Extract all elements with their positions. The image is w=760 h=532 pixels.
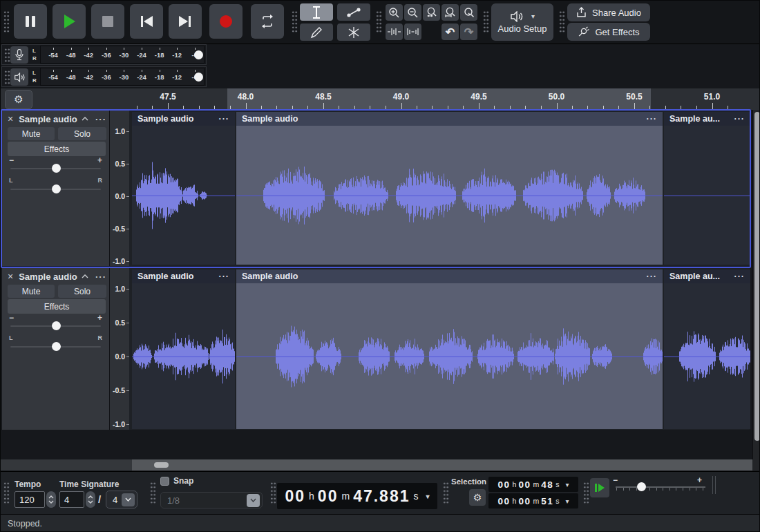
skip-to-end-button[interactable] (169, 4, 202, 39)
redo-button[interactable]: ↷ (460, 23, 477, 40)
time-signature-lower-dropdown[interactable]: 4 (106, 491, 137, 509)
toolbar-grip[interactable] (559, 10, 565, 34)
pan-slider-thumb[interactable] (52, 342, 61, 351)
track-area[interactable]: × Sample audio ··· Mute Solo Effects − +… (1, 110, 752, 459)
close-track-icon[interactable]: × (8, 113, 13, 124)
track-menu-icon[interactable]: ··· (95, 114, 106, 124)
audio-clip[interactable]: Sample audio··· (236, 269, 663, 429)
toolbar-grip[interactable] (270, 482, 276, 505)
fit-project-button[interactable] (441, 4, 459, 21)
caret-down-icon[interactable]: ▾ (565, 481, 569, 488)
time-signature-stepper[interactable] (86, 491, 95, 508)
horizontal-scrollbar-track[interactable] (132, 459, 752, 471)
share-audio-button[interactable]: Share Audio (567, 3, 650, 21)
caret-down-icon[interactable]: ▾ (565, 497, 569, 505)
audio-position-display[interactable]: 00h 00m 47.881s ▾ (277, 483, 437, 509)
playback-meter[interactable]: -54-48-42-36-30-24-18-12-6 (40, 68, 205, 86)
play-at-speed-button[interactable] (590, 478, 609, 497)
playback-meter-button[interactable] (10, 68, 28, 86)
snap-checkbox[interactable] (160, 477, 169, 486)
envelope-tool-button[interactable] (337, 3, 370, 21)
zoom-in-button[interactable] (386, 4, 403, 21)
get-effects-button[interactable]: Get Effects (567, 23, 650, 41)
toolbar-grip[interactable] (3, 482, 10, 505)
recording-level-knob[interactable] (194, 50, 203, 59)
clip-menu-icon[interactable]: ··· (219, 272, 230, 281)
silence-audio-button[interactable] (404, 23, 421, 40)
solo-button[interactable]: Solo (58, 127, 106, 140)
time-signature-upper-input[interactable]: 4 (59, 491, 84, 508)
clip-header[interactable]: Sample audio··· (132, 269, 235, 283)
audio-clip[interactable]: Sample audio··· (132, 112, 235, 265)
effects-button[interactable]: Effects (8, 299, 106, 314)
zoom-toggle-button[interactable] (460, 4, 477, 21)
collapse-track-icon[interactable] (82, 274, 88, 278)
tempo-input[interactable]: 120 (15, 491, 45, 508)
track-control-panel[interactable]: × Sample audio ··· Mute Solo Effects − +… (2, 268, 110, 430)
timeline-options-button[interactable]: ⚙ (5, 90, 32, 109)
zoom-to-selection-button[interactable] (423, 4, 440, 21)
clip-menu-icon[interactable]: ··· (647, 114, 658, 124)
toolbar-grip[interactable] (4, 48, 10, 63)
mute-button[interactable]: Mute (8, 285, 55, 298)
vertical-scrollbar-thumb[interactable] (754, 112, 760, 441)
clip-menu-icon[interactable]: ··· (734, 272, 745, 281)
clip-header[interactable]: Sample audio··· (236, 112, 663, 126)
vertical-scale-ruler[interactable]: 1.00.50.0-0.5-1.0 (110, 268, 129, 430)
track-menu-icon[interactable]: ··· (95, 272, 106, 282)
toolbar-grip[interactable] (292, 10, 298, 34)
selection-start-field[interactable]: 00h 00m 48s ▾ (488, 477, 578, 492)
toolbar-grip[interactable] (3, 10, 10, 34)
clip-menu-icon[interactable]: ··· (734, 114, 745, 124)
horizontal-scrollbar-thumb[interactable] (154, 462, 169, 468)
loop-button[interactable] (251, 4, 284, 39)
vertical-scrollbar[interactable] (752, 110, 760, 459)
zoom-out-button[interactable] (404, 4, 421, 21)
audio-clip[interactable]: Sample au...··· (664, 112, 750, 265)
timeline-ruler[interactable]: 47.548.048.549.049.550.050.551.0 ⚙ (1, 88, 760, 110)
record-meter-button[interactable] (10, 46, 28, 64)
track-control-panel[interactable]: × Sample audio ··· Mute Solo Effects − +… (2, 111, 110, 266)
close-track-icon[interactable]: × (8, 271, 13, 282)
playback-level-knob[interactable] (194, 73, 203, 82)
stop-button[interactable] (91, 4, 124, 39)
recording-meter[interactable]: -54-48-42-36-30-24-18-12-6 (40, 46, 205, 64)
audio-clip[interactable]: Sample au...··· (664, 269, 750, 429)
record-button[interactable] (209, 4, 243, 39)
clip-header[interactable]: Sample au...··· (664, 112, 750, 126)
audio-setup-button[interactable]: ▾ Audio Setup (491, 3, 553, 41)
draw-tool-button[interactable] (300, 23, 333, 41)
mute-button[interactable]: Mute (8, 127, 55, 140)
pause-button[interactable] (14, 4, 47, 39)
undo-button[interactable]: ↶ (441, 23, 459, 40)
effects-button[interactable]: Effects (8, 142, 106, 156)
pan-slider-thumb[interactable] (52, 184, 61, 193)
audio-clip[interactable]: Sample audio··· (132, 269, 235, 429)
collapse-track-icon[interactable] (82, 117, 88, 121)
gain-slider-thumb[interactable] (52, 321, 61, 330)
toolbar-grip[interactable] (583, 482, 589, 505)
toolbar-grip[interactable] (483, 10, 489, 34)
caret-down-icon[interactable]: ▾ (426, 493, 429, 500)
toolbar-grip[interactable] (150, 482, 156, 505)
toolbar-grip[interactable] (376, 10, 382, 34)
multi-tool-button[interactable] (337, 23, 370, 41)
selection-end-field[interactable]: 00h 00m 51s ▾ (488, 493, 578, 509)
playback-speed-thumb[interactable] (637, 482, 646, 491)
clip-menu-icon[interactable]: ··· (647, 272, 658, 281)
vertical-scale-ruler[interactable]: 1.00.50.0-0.5-1.0 (110, 111, 129, 266)
horizontal-scrollbar[interactable] (1, 459, 760, 471)
trim-audio-button[interactable] (386, 23, 403, 40)
selection-tool-button[interactable] (300, 3, 333, 21)
gain-slider-thumb[interactable] (52, 164, 61, 173)
play-button[interactable] (53, 4, 86, 39)
tempo-stepper[interactable] (46, 491, 56, 508)
track-name[interactable]: Sample audio (19, 114, 82, 124)
toolbar-grip[interactable] (443, 482, 449, 505)
track-name[interactable]: Sample audio (19, 272, 82, 282)
clip-menu-icon[interactable]: ··· (219, 114, 230, 124)
solo-button[interactable]: Solo (58, 285, 106, 298)
toolbar-grip[interactable] (4, 70, 10, 85)
skip-to-start-button[interactable] (130, 4, 163, 39)
audio-clip[interactable]: Sample audio··· (236, 112, 663, 265)
